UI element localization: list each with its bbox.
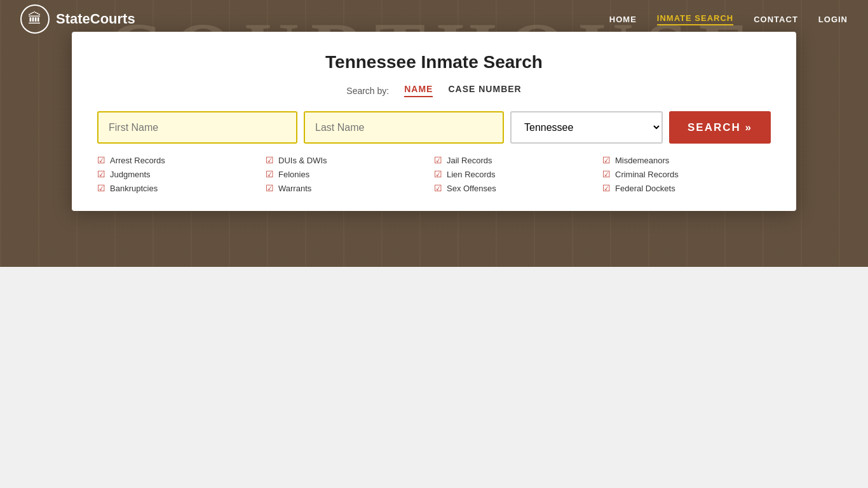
check-icon-7: ☑ [434,155,442,165]
check-jail-records: ☑ Jail Records [434,155,602,165]
state-select[interactable]: Tennessee Alabama Alaska Arizona Arkansa… [510,111,663,144]
check-label-lien: Lien Records [447,170,496,179]
check-criminal-records: ☑ Criminal Records [602,169,771,179]
nav-login[interactable]: LOGIN [818,15,848,24]
check-misdemeanors: ☑ Misdemeanors [602,155,771,165]
tab-case-number[interactable]: CASE NUMBER [448,84,521,97]
check-arrest-records: ☑ Arrest Records [97,155,266,165]
check-label-sex-offenses: Sex Offenses [447,184,496,193]
check-label-warrants: Warrants [278,184,311,193]
checklist-col-4: ☑ Misdemeanors ☑ Criminal Records ☑ Fede… [602,155,771,193]
check-warrants: ☑ Warrants [266,183,434,193]
check-label-jail: Jail Records [447,156,492,165]
check-label-judgments: Judgments [110,170,151,179]
check-icon-10: ☑ [602,155,611,165]
search-tabs: Search by: NAME CASE NUMBER [97,84,771,97]
check-label-felonies: Felonies [278,170,309,179]
check-icon-11: ☑ [602,169,611,179]
check-icon-1: ☑ [97,155,105,165]
nav-home[interactable]: HOME [609,15,637,24]
check-bankruptcies: ☑ Bankruptcies [97,183,266,193]
check-label-federal: Federal Dockets [615,184,675,193]
checklist-col-3: ☑ Jail Records ☑ Lien Records ☑ Sex Offe… [434,155,602,193]
check-label-arrest: Arrest Records [110,156,165,165]
check-duis: ☑ DUIs & DWIs [266,155,434,165]
check-icon-9: ☑ [434,183,442,193]
nav-inmate-search[interactable]: INMATE SEARCH [657,13,733,25]
nav-contact[interactable]: CONTACT [754,15,798,24]
checklist-col-2: ☑ DUIs & DWIs ☑ Felonies ☑ Warrants [266,155,434,193]
nav-links: HOME INMATE SEARCH CONTACT LOGIN [609,13,848,25]
check-icon-12: ☑ [602,183,611,193]
check-label-bankruptcies: Bankruptcies [110,184,158,193]
check-icon-2: ☑ [97,169,105,179]
check-icon-6: ☑ [266,183,274,193]
search-button[interactable]: SEARCH » [669,111,771,144]
search-card-title: Tennessee Inmate Search [97,52,771,72]
check-judgments: ☑ Judgments [97,169,266,179]
search-card: Tennessee Inmate Search Search by: NAME … [72,32,796,211]
check-felonies: ☑ Felonies [266,169,434,179]
hero-section: COURTHOUSE 🏛 StateCourts HOME INMATE SEA… [0,0,868,267]
check-federal-dockets: ☑ Federal Dockets [602,183,771,193]
checklist-col-1: ☑ Arrest Records ☑ Judgments ☑ Bankruptc… [97,155,266,193]
check-icon-8: ☑ [434,169,442,179]
check-label-duis: DUIs & DWIs [278,156,327,165]
logo-link[interactable]: 🏛 StateCourts [20,4,135,34]
check-label-criminal: Criminal Records [615,170,679,179]
first-name-input[interactable] [97,111,297,144]
check-lien-records: ☑ Lien Records [434,169,602,179]
search-row: Tennessee Alabama Alaska Arizona Arkansa… [97,111,771,144]
check-label-misdemeanors: Misdemeanors [615,156,669,165]
tab-name[interactable]: NAME [404,84,433,97]
logo-icon: 🏛 [20,4,50,34]
search-by-label: Search by: [346,86,389,96]
check-icon-5: ☑ [266,169,274,179]
last-name-input[interactable] [304,111,504,144]
site-name: StateCourts [56,11,135,27]
check-icon-3: ☑ [97,183,105,193]
check-sex-offenses: ☑ Sex Offenses [434,183,602,193]
checklist: ☑ Arrest Records ☑ Judgments ☑ Bankruptc… [97,155,771,193]
check-icon-4: ☑ [266,155,274,165]
